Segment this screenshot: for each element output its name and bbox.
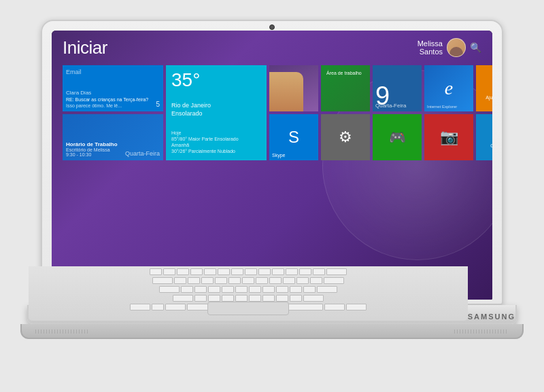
keyboard-row-4 xyxy=(29,295,468,302)
key[interactable] xyxy=(181,286,193,293)
key[interactable] xyxy=(218,268,230,275)
key-enter[interactable] xyxy=(324,277,344,284)
weather-today-temp: 85°/80° Maior Parte Ensolarado xyxy=(171,136,261,142)
user-surname: Santos xyxy=(418,48,443,56)
key[interactable] xyxy=(208,286,220,293)
key[interactable] xyxy=(249,295,261,302)
laptop-bottom xyxy=(20,324,524,339)
key[interactable] xyxy=(231,268,243,275)
tile-email[interactable]: Clara Dias RE: Buscar as crianças na Ter… xyxy=(63,65,163,111)
key[interactable] xyxy=(242,277,254,284)
tile-person[interactable] xyxy=(269,65,318,111)
email-label: Email xyxy=(66,69,82,75)
key[interactable] xyxy=(245,268,257,275)
key[interactable] xyxy=(276,286,288,293)
key-tab[interactable] xyxy=(152,277,173,284)
user-name: Melissa xyxy=(418,39,443,48)
tile-day-number[interactable]: 9 Quarta-Feira xyxy=(373,65,422,111)
key[interactable] xyxy=(269,277,282,284)
key-backspace[interactable] xyxy=(326,268,347,275)
key[interactable] xyxy=(272,268,284,275)
key[interactable] xyxy=(303,286,316,293)
keyboard-area xyxy=(29,266,468,321)
key[interactable] xyxy=(296,277,309,284)
key[interactable] xyxy=(276,295,288,302)
key[interactable] xyxy=(222,295,234,302)
tile-help[interactable]: ? Ajuda + Dicas xyxy=(476,65,492,111)
tile-col-person: S Skype xyxy=(269,65,318,289)
keyboard-row-1 xyxy=(29,268,468,275)
screen-bezel: Iniciar Melissa Santos 🔍 xyxy=(52,31,492,300)
search-icon[interactable]: 🔍 xyxy=(470,42,481,53)
tile-skype[interactable]: S Skype xyxy=(269,114,318,160)
key[interactable] xyxy=(235,286,248,293)
key-alt[interactable] xyxy=(165,304,186,310)
key[interactable] xyxy=(262,295,275,302)
key-ctrl-r[interactable] xyxy=(346,304,367,310)
laptop-base: SAMSUNG xyxy=(27,305,517,324)
day-label: Quarta-Feira xyxy=(375,103,406,109)
key[interactable] xyxy=(299,268,311,275)
tile-camera[interactable]: 📷 xyxy=(424,114,473,160)
key[interactable] xyxy=(201,277,214,284)
tile-desktop[interactable]: Área de trabalho xyxy=(321,65,370,111)
keyboard-row-3 xyxy=(29,286,468,293)
skype-label: Skype xyxy=(272,153,285,158)
key[interactable] xyxy=(163,268,175,275)
key-alt-gr[interactable] xyxy=(324,304,345,310)
key[interactable] xyxy=(208,295,220,302)
key[interactable] xyxy=(190,268,203,275)
laptop: Iniciar Melissa Santos 🔍 xyxy=(27,20,517,373)
key[interactable] xyxy=(222,286,234,293)
key[interactable] xyxy=(177,268,189,275)
skype-icon: S xyxy=(288,128,299,147)
calendar-label: Horário de Trabalho xyxy=(66,141,160,147)
key-fn[interactable] xyxy=(152,304,164,310)
key[interactable] xyxy=(286,268,298,275)
key[interactable] xyxy=(194,295,207,302)
email-subject: RE: Buscar as crianças na Terça-feira? xyxy=(66,97,160,103)
key[interactable] xyxy=(256,277,268,284)
games-icon: 🎮 xyxy=(389,129,406,145)
weather-city: Rio de Janeiro xyxy=(171,101,261,110)
tile-col-1: Clara Dias RE: Buscar as crianças na Ter… xyxy=(63,65,163,289)
key[interactable] xyxy=(313,268,325,275)
speaker-left xyxy=(35,329,90,334)
weather-tomorrow-label: Amanhã xyxy=(171,142,261,148)
key[interactable] xyxy=(283,277,295,284)
onedrive-label: OneDrive xyxy=(490,143,492,148)
key[interactable] xyxy=(204,268,216,275)
screen-lid: Iniciar Melissa Santos 🔍 xyxy=(41,20,503,305)
tile-settings[interactable]: ⚙ xyxy=(321,114,370,160)
key[interactable] xyxy=(290,286,302,293)
tile-ie[interactable]: e Internet Explorer xyxy=(424,65,473,111)
key-caps[interactable] xyxy=(159,286,180,293)
tile-calendar[interactable]: Horário de Trabalho Escritório de Meliss… xyxy=(63,114,163,160)
key-shift-r[interactable] xyxy=(317,286,337,293)
key[interactable] xyxy=(228,277,241,284)
key[interactable] xyxy=(310,277,322,284)
samsung-logo: SAMSUNG xyxy=(468,313,515,321)
key-ctrl[interactable] xyxy=(130,304,150,310)
touchpad[interactable] xyxy=(207,302,289,315)
ie-icon: e xyxy=(445,77,453,99)
key[interactable] xyxy=(150,268,162,275)
start-title: Iniciar xyxy=(63,37,107,58)
key-shift[interactable] xyxy=(173,295,193,302)
key[interactable] xyxy=(262,286,275,293)
calendar-day: Quarta-Feira xyxy=(125,150,160,157)
tile-games[interactable]: 🎮 xyxy=(373,114,422,160)
key[interactable] xyxy=(258,268,271,275)
key[interactable] xyxy=(290,295,302,302)
key-shift-r2[interactable] xyxy=(303,295,324,302)
key[interactable] xyxy=(235,295,248,302)
key[interactable] xyxy=(194,286,207,293)
tile-weather[interactable]: 35° Rio de Janeiro Ensolarado Hoje 85°/8… xyxy=(166,65,267,160)
key[interactable] xyxy=(174,277,186,284)
key[interactable] xyxy=(188,277,200,284)
key[interactable] xyxy=(249,286,261,293)
settings-icon: ⚙ xyxy=(339,128,352,146)
key[interactable] xyxy=(215,277,227,284)
tile-onedrive[interactable]: ☁ OneDrive xyxy=(476,114,492,160)
ie-label: Internet Explorer xyxy=(427,105,457,109)
